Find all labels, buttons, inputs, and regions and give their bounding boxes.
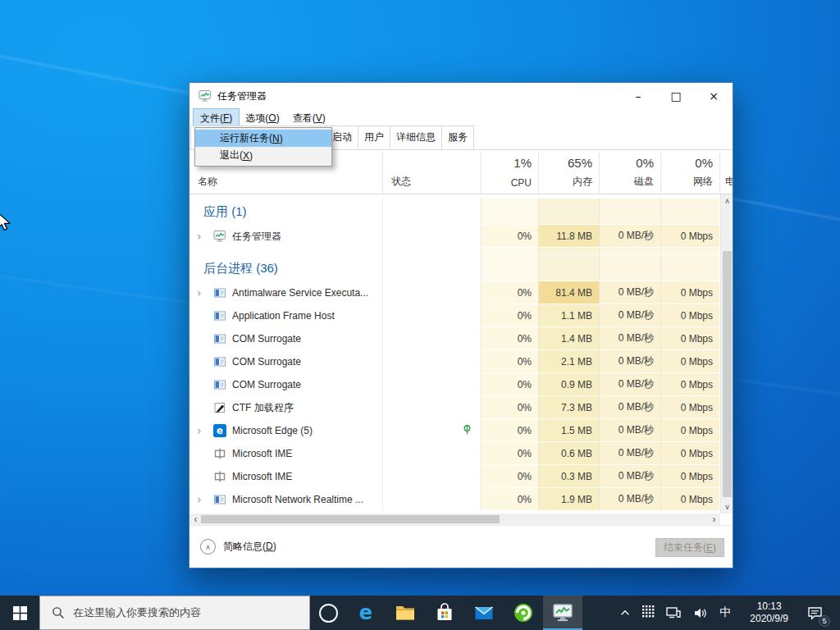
tray-touch-keyboard[interactable] [637,596,660,630]
cpu-cell: 0% [481,396,538,419]
menu-item-exit[interactable]: 退出(X) [195,147,331,164]
maximize-button[interactable]: □ [657,83,695,109]
tray-ime-indicator[interactable]: 中 [714,596,737,630]
group-spacer-row [189,248,720,255]
column-header-disk[interactable]: 0% 磁盘 [599,153,660,194]
process-row[interactable]: ›Antimalware Service Executa...0%81.4 MB… [189,281,720,304]
tab-7[interactable]: 服务 [441,126,474,149]
menu-view[interactable]: 查看(V) [286,109,332,127]
scroll-down-arrow-icon[interactable]: ∨ [721,500,733,514]
network-cell: 0 Mbps [660,419,719,442]
taskbar-app-mail[interactable] [464,596,504,630]
close-button[interactable]: × [695,83,733,109]
mouse-cursor [0,211,15,232]
network-cell: 0 Mbps [660,373,719,396]
process-name: COM Surrogate [232,333,301,345]
expand-chevron-icon[interactable]: › [197,231,213,242]
cpu-cell: 0% [481,419,538,442]
menu-options[interactable]: 选项(O) [239,109,285,127]
360-browser-icon [513,602,534,623]
menu-file[interactable]: 文件(F) [194,109,239,127]
memory-cell [538,199,599,225]
taskbar-app-360-browser[interactable] [504,596,543,630]
group-header-row[interactable]: 应用 (1) [189,199,720,225]
store-icon [434,602,455,623]
cpu-cell: 0% [481,488,538,511]
network-cell: 0 Mbps [660,465,719,488]
cortana-icon [319,604,338,623]
leaf-icon [462,423,472,438]
expand-chevron-icon[interactable]: › [197,494,213,505]
process-row[interactable]: Microsoft IME0%0.6 MB0 MB/秒0 Mbps [189,442,720,465]
tab-6[interactable]: 详细信息 [390,126,442,149]
search-placeholder: 在这里输入你要搜索的内容 [73,605,201,620]
scroll-left-arrow-icon[interactable]: ‹ [189,514,202,525]
expand-chevron-icon[interactable]: › [197,287,213,299]
expand-chevron-icon[interactable]: › [197,425,213,436]
cpu-cell: 0% [481,465,538,488]
process-name-cell: COM Surrogate [189,350,382,373]
group-label-cell: 后台进程 (36) [189,255,382,281]
memory-cell: 2.1 MB [538,350,599,373]
status-cell [382,327,481,350]
process-name-cell: ›eMicrosoft Edge (5) [189,419,382,442]
column-header-power-clipped[interactable]: 电 [719,153,733,194]
app-window-icon [213,378,226,391]
tray-clock[interactable]: 10:13 2020/9/9 [737,596,801,630]
status-cell [382,488,481,511]
cortana-button[interactable] [310,596,346,630]
taskbar-app-task-manager[interactable] [543,596,582,630]
start-button[interactable] [0,596,39,630]
horizontal-scrollbar[interactable]: ‹ › [189,514,720,525]
tray-network[interactable] [660,596,687,630]
column-header-status[interactable]: 状态 [382,153,481,194]
status-cell [382,199,481,225]
search-input[interactable]: 在这里输入你要搜索的内容 [39,596,310,630]
fewer-details-toggle[interactable]: ∧ 简略信息(D) [200,539,276,555]
status-cell [382,396,481,419]
ime-icon [213,470,226,483]
horizontal-scroll-thumb[interactable] [201,515,500,523]
process-row[interactable]: CTF 加载程序0%7.3 MB0 MB/秒0 Mbps [189,396,720,419]
search-icon [52,606,65,619]
process-row[interactable]: ›Microsoft Network Realtime ...0%1.9 MB0… [189,488,720,511]
cpu-cell: 0% [481,442,538,465]
process-row[interactable]: ›任务管理器0%11.8 MB0 MB/秒0 Mbps [189,225,720,248]
column-header-cpu[interactable]: 1% CPU [481,153,538,194]
group-header-row[interactable]: 后台进程 (36) [189,255,720,281]
task-manager-icon [552,602,573,623]
memory-cell [538,248,599,255]
process-row[interactable]: COM Surrogate0%0.9 MB0 MB/秒0 Mbps [189,373,720,396]
scroll-up-arrow-icon[interactable]: ∧ [721,194,733,208]
action-center-button[interactable]: 5 [801,596,829,630]
taskbar-app-edge[interactable]: e [346,596,386,630]
title-bar[interactable]: 任务管理器 – □ × [189,83,733,109]
network-cell [660,248,719,255]
process-row[interactable]: ›eMicrosoft Edge (5)0%1.5 MB0 MB/秒0 Mbps [189,419,720,442]
scroll-right-arrow-icon[interactable]: › [708,514,720,525]
taskbar-app-file-explorer[interactable] [386,596,425,630]
vertical-scroll-thumb[interactable] [723,251,732,497]
vertical-scrollbar[interactable]: ∧ ∨ [720,194,733,514]
process-row[interactable]: Application Frame Host0%1.1 MB0 MB/秒0 Mb… [189,304,720,327]
column-header-memory[interactable]: 65% 内存 [538,153,599,194]
process-name-cell: COM Surrogate [189,327,382,350]
svg-text:e: e [359,602,372,623]
network-cell: 0 Mbps [660,304,719,327]
tray-overflow-chevron[interactable] [614,596,637,630]
minimize-button[interactable]: – [619,83,657,109]
tab-5[interactable]: 用户 [358,126,390,149]
tray-volume[interactable] [687,596,714,630]
column-header-network[interactable]: 0% 网络 [660,153,719,194]
menu-item-run-new-task[interactable]: 运行新任务(N) [195,130,331,147]
process-row[interactable]: Microsoft IME0%0.3 MB0 MB/秒0 Mbps [189,465,720,488]
taskbar-app-store[interactable] [425,596,464,630]
svg-text:e: e [217,425,223,436]
app-window-icon [213,355,226,368]
process-row[interactable]: COM Surrogate0%1.4 MB0 MB/秒0 Mbps [189,327,720,350]
memory-cell: 11.8 MB [538,225,599,248]
disk-cell: 0 MB/秒 [599,396,660,419]
file-menu-popup: 运行新任务(N) 退出(X) [194,127,332,167]
end-task-button[interactable]: 结束任务(E) [655,538,724,557]
process-row[interactable]: COM Surrogate0%2.1 MB0 MB/秒0 Mbps [189,350,720,373]
